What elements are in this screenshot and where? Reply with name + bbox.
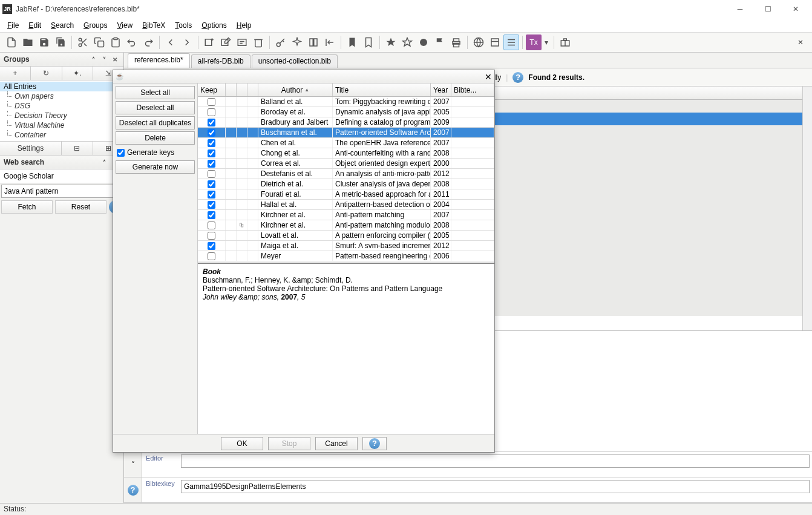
menu-bibtex[interactable]: BibTeX — [137, 20, 170, 31]
collapse-down-icon[interactable]: ˅ — [99, 54, 109, 64]
menu-file[interactable]: File — [2, 20, 24, 31]
help-icon[interactable]: ? — [512, 72, 523, 83]
col-title[interactable]: Title — [333, 84, 431, 96]
import-row[interactable]: Buschmann et al.Pattern-oriented Softwar… — [198, 128, 494, 138]
stop-button[interactable]: Stop — [268, 437, 310, 450]
editor-field[interactable] — [181, 454, 810, 468]
close-panel-icon[interactable]: ✕ — [110, 54, 120, 64]
edit-strings-icon[interactable] — [234, 34, 250, 50]
dialog-close-button[interactable]: ✕ — [485, 72, 492, 82]
help-icon[interactable]: ? — [128, 485, 139, 496]
search-query-input[interactable] — [1, 185, 122, 198]
import-row[interactable]: Correa et al.Object oriented design expe… — [198, 159, 494, 169]
col-author[interactable]: Author▲ — [258, 84, 333, 96]
import-row[interactable]: Destefanis et al.An analysis of anti-mic… — [198, 169, 494, 179]
close-button[interactable]: ✕ — [782, 0, 810, 18]
openoffice-icon[interactable] — [487, 34, 503, 50]
tab[interactable]: all-refs-DB.bib — [191, 54, 250, 68]
cut-icon[interactable] — [75, 34, 91, 50]
search-source[interactable]: Google Scholar — [0, 169, 123, 183]
menu-groups[interactable]: Groups — [79, 20, 112, 31]
bookmark-outline-icon[interactable] — [361, 34, 376, 50]
new-icon[interactable] — [4, 34, 19, 50]
new-entry-icon[interactable] — [201, 34, 217, 50]
dropdown-icon[interactable]: ▾ — [542, 34, 551, 50]
flag-icon[interactable] — [432, 34, 448, 50]
import-row[interactable]: Balland et al.Tom: Piggybacking rewritin… — [198, 97, 494, 107]
close-db-icon[interactable]: ✕ — [793, 34, 808, 50]
reset-button[interactable]: Reset — [55, 200, 106, 214]
priority-icon[interactable] — [416, 34, 431, 50]
settings-button[interactable]: Settings — [0, 142, 62, 155]
collapse-up-icon[interactable]: ˄ — [99, 157, 109, 167]
generate-keys-checkbox[interactable]: Generate keys — [116, 146, 195, 159]
save-icon[interactable] — [36, 34, 52, 50]
import-row[interactable]: Bradbury and JalbertDefining a catalog o… — [198, 117, 494, 128]
forward-icon[interactable] — [179, 34, 195, 50]
import-row[interactable]: Chong et al.Anti-counterfeiting with a r… — [198, 148, 494, 159]
col-blank2[interactable] — [237, 84, 247, 96]
import-row[interactable]: Hallal et al.Antipattern-based detection… — [198, 200, 494, 210]
col-year[interactable]: Year — [431, 84, 451, 96]
menu-edit[interactable]: Edit — [24, 20, 46, 31]
undo-icon[interactable] — [124, 34, 140, 50]
key-icon[interactable] — [273, 34, 289, 50]
save-all-icon[interactable] — [53, 34, 68, 50]
scrollbar[interactable] — [802, 87, 812, 330]
import-row[interactable]: Kirchner et al.Anti-pattern matching2007 — [198, 210, 494, 220]
refresh-groups-button[interactable]: ↻ — [31, 67, 62, 80]
fetch-button[interactable]: Fetch — [1, 200, 53, 214]
cleanup-icon[interactable] — [289, 34, 305, 50]
copy-icon[interactable] — [91, 34, 107, 50]
globe-icon[interactable] — [471, 34, 486, 50]
minimize-button[interactable]: ─ — [726, 0, 754, 18]
tree-item[interactable]: Decision Theory — [0, 111, 123, 120]
menu-search[interactable]: Search — [46, 20, 79, 31]
generate-now-button[interactable]: Generate now — [116, 160, 195, 174]
auto-group-button[interactable]: ✦. — [62, 67, 93, 80]
open-icon[interactable] — [20, 34, 36, 50]
redo-icon[interactable] — [140, 34, 156, 50]
delete-button[interactable]: Delete — [116, 131, 195, 145]
paste-icon[interactable] — [108, 34, 123, 50]
tree-item[interactable]: Own papers — [0, 91, 123, 101]
help-button[interactable]: ? — [362, 437, 387, 450]
tree-item[interactable]: Container — [0, 130, 123, 140]
col-bibtex[interactable]: Bibte... — [451, 84, 494, 96]
collapse-up-icon[interactable]: ˄ — [88, 54, 98, 64]
col-blank3[interactable] — [247, 84, 258, 96]
print-icon[interactable] — [448, 34, 464, 50]
import-row[interactable]: Lovatt et al.A pattern enforcing compile… — [198, 231, 494, 241]
import-row[interactable]: MeyerPattern-based reengineering o...200… — [198, 251, 494, 261]
tab[interactable]: unsorted-collection.bib — [252, 54, 338, 68]
toggle-groups-icon[interactable] — [503, 34, 519, 50]
menu-options[interactable]: Options — [197, 20, 231, 31]
star-icon[interactable] — [383, 34, 399, 50]
col-keep[interactable]: Keep — [198, 84, 226, 96]
pull-changes-icon[interactable] — [322, 34, 338, 50]
bookmark-icon[interactable] — [344, 34, 360, 50]
tree-root[interactable]: All Entries — [0, 82, 123, 91]
ok-button[interactable]: OK — [221, 437, 263, 450]
menu-view[interactable]: View — [112, 20, 137, 31]
tree-item[interactable]: Virtual Machine — [0, 120, 123, 130]
deselect-all-button[interactable]: Deselect all — [116, 101, 195, 114]
menu-help[interactable]: Help — [232, 20, 257, 31]
bibtexkey-field[interactable] — [181, 480, 810, 493]
import-row[interactable]: Maiga et al.Smurf: A svm-based increment… — [198, 241, 494, 251]
cancel-button[interactable]: Cancel — [315, 437, 358, 450]
import-row[interactable]: Chen et al.The openEHR Java reference i.… — [198, 138, 494, 148]
import-row[interactable]: Kirchner et al.Anti-pattern matching mod… — [198, 220, 494, 231]
tree-item[interactable]: DSG — [0, 101, 123, 111]
maximize-button[interactable]: ☐ — [754, 0, 782, 18]
menu-tools[interactable]: Tools — [170, 20, 197, 31]
import-row[interactable]: Dietrich et al.Cluster analysis of java … — [198, 179, 494, 189]
delete-icon[interactable] — [250, 34, 266, 50]
tab[interactable]: references.bib* — [128, 53, 190, 68]
chevron-down-icon[interactable]: ˅ — [131, 461, 135, 469]
merge-icon[interactable] — [306, 34, 321, 50]
star-outline-icon[interactable] — [399, 34, 415, 50]
import-row[interactable]: Boroday et al.Dynamic analysis of java a… — [198, 107, 494, 117]
deselect-duplicates-button[interactable]: Deselect all duplicates — [116, 116, 195, 130]
push-external-icon[interactable]: Tx — [526, 34, 542, 50]
